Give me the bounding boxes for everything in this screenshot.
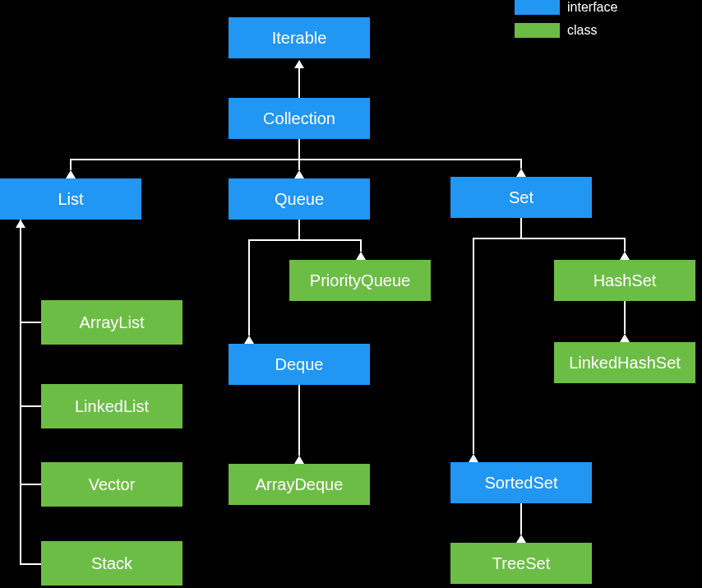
arrow-up-icon: [294, 170, 304, 178]
connector: [248, 239, 362, 241]
legend-swatch-class: [515, 23, 560, 38]
node-sortedset: SortedSet: [450, 462, 592, 503]
node-linkedlist: LinkedList: [41, 384, 182, 428]
node-hashset: HashSet: [554, 260, 695, 301]
node-arraydeque: ArrayDeque: [229, 464, 370, 505]
node-iterable: Iterable: [229, 17, 370, 58]
legend-swatch-interface: [515, 0, 560, 15]
node-label: Deque: [275, 355, 324, 374]
node-label: Queue: [275, 190, 324, 209]
node-list: List: [0, 178, 141, 220]
node-label: ArrayDeque: [256, 475, 344, 494]
connector: [298, 220, 300, 240]
node-vector: Vector: [41, 462, 182, 507]
arrow-up-icon: [356, 252, 366, 260]
diagram-canvas: { "legend": { "interface_label": "interf…: [0, 0, 702, 588]
legend-label-interface: interface: [567, 0, 617, 15]
node-set: Set: [450, 177, 592, 218]
node-label: LinkedHashSet: [569, 354, 681, 373]
connector: [520, 218, 522, 238]
connector: [520, 503, 522, 535]
node-label: List: [58, 190, 83, 209]
node-label: SortedSet: [485, 474, 558, 493]
node-label: Stack: [91, 554, 132, 573]
connector: [360, 239, 362, 252]
connector: [20, 484, 41, 485]
node-label: PriorityQueue: [310, 271, 410, 290]
connector: [20, 563, 41, 565]
node-stack: Stack: [41, 541, 182, 586]
node-queue: Queue: [229, 178, 370, 220]
connector: [298, 139, 300, 160]
connector: [70, 159, 522, 160]
node-deque: Deque: [229, 344, 370, 385]
node-linkedhashset: LinkedHashSet: [554, 342, 695, 383]
node-label: LinkedList: [75, 397, 149, 416]
arrow-up-icon: [620, 334, 630, 342]
arrow-up-icon: [294, 60, 304, 68]
node-label: Vector: [89, 475, 136, 494]
node-arraylist: ArrayList: [41, 300, 182, 345]
node-priorityqueue: PriorityQueue: [289, 260, 431, 301]
connector: [20, 220, 21, 565]
connector: [473, 238, 626, 239]
arrow-up-icon: [16, 220, 25, 228]
node-label: ArrayList: [80, 313, 145, 332]
connector: [298, 385, 300, 456]
connector: [473, 238, 474, 454]
arrow-up-icon: [244, 336, 254, 344]
connector: [20, 322, 41, 323]
node-collection: Collection: [229, 98, 370, 139]
node-label: TreeSet: [492, 554, 550, 573]
connector: [298, 159, 300, 170]
arrow-up-icon: [294, 456, 304, 464]
arrow-up-icon: [469, 454, 478, 462]
arrow-up-icon: [66, 170, 76, 178]
connector: [624, 301, 626, 334]
arrow-up-icon: [620, 252, 630, 260]
connector: [624, 238, 626, 252]
node-label: HashSet: [593, 271, 657, 290]
node-label: Collection: [263, 109, 335, 128]
connector: [520, 159, 522, 169]
connector: [70, 159, 72, 170]
node-label: Iterable: [272, 29, 327, 48]
arrow-up-icon: [516, 169, 526, 177]
arrow-up-icon: [516, 535, 526, 543]
connector: [298, 68, 300, 98]
connector: [248, 239, 250, 336]
node-treeset: TreeSet: [450, 543, 592, 584]
node-label: Set: [509, 188, 533, 207]
connector: [20, 405, 41, 407]
legend-label-class: class: [567, 23, 597, 38]
